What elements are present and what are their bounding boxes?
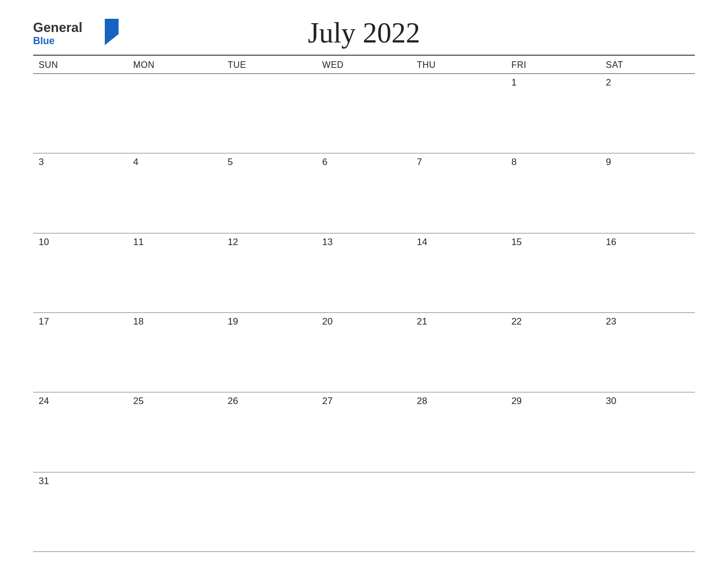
logo: General Blue: [33, 18, 121, 48]
day-cell-3-3: 20: [317, 313, 411, 392]
day-number-12: 12: [228, 237, 238, 247]
day-cell-1-5: 8: [506, 153, 600, 232]
day-number-18: 18: [133, 316, 143, 327]
day-header-sat: SAT: [601, 56, 695, 73]
day-number-17: 17: [39, 316, 49, 327]
day-cell-4-5: 29: [506, 392, 600, 471]
day-number-23: 23: [606, 316, 617, 327]
svg-text:Blue: Blue: [33, 35, 55, 46]
week-row-2: 3456789: [33, 153, 695, 233]
day-number-5: 5: [228, 157, 233, 167]
day-cell-4-1: 25: [127, 392, 222, 471]
day-cell-0-3: [317, 74, 411, 153]
day-number-24: 24: [39, 396, 49, 406]
day-cell-5-4: [411, 472, 506, 551]
week-row-1: 12: [33, 74, 695, 153]
day-headers-row: SUN MON TUE WED THU FRI SAT: [33, 56, 695, 74]
day-number-30: 30: [606, 396, 617, 406]
day-number-29: 29: [511, 396, 522, 406]
day-cell-4-4: 28: [411, 392, 506, 471]
day-header-wed: WED: [317, 56, 411, 73]
week-row-3: 10111213141516: [33, 233, 695, 313]
day-number-2: 2: [606, 77, 611, 88]
day-cell-0-2: [222, 74, 317, 153]
day-header-tue: TUE: [222, 56, 317, 73]
day-cell-1-3: 6: [317, 153, 411, 232]
month-title: July 2022: [121, 17, 607, 49]
day-cell-1-6: 9: [601, 153, 695, 232]
day-cell-2-3: 13: [317, 233, 411, 312]
day-number-31: 31: [39, 476, 49, 486]
day-number-21: 21: [417, 316, 427, 327]
day-number-19: 19: [228, 316, 238, 327]
day-number-8: 8: [511, 157, 516, 167]
day-number-25: 25: [133, 396, 143, 406]
day-cell-3-5: 22: [506, 313, 600, 392]
day-number-11: 11: [133, 237, 143, 247]
day-cell-0-6: 2: [601, 74, 695, 153]
day-cell-2-5: 15: [506, 233, 600, 312]
day-cell-5-0: 31: [33, 472, 127, 551]
day-cell-5-3: [317, 472, 411, 551]
day-cell-4-2: 26: [222, 392, 317, 471]
day-number-6: 6: [322, 157, 327, 167]
day-cell-2-1: 11: [127, 233, 222, 312]
page-header: General Blue July 2022: [33, 17, 695, 49]
day-cell-1-0: 3: [33, 153, 127, 232]
day-number-28: 28: [417, 396, 427, 406]
week-row-4: 17181920212223: [33, 313, 695, 392]
day-cell-2-0: 10: [33, 233, 127, 312]
day-number-3: 3: [39, 157, 44, 167]
day-cell-0-0: [33, 74, 127, 153]
day-header-fri: FRI: [506, 56, 600, 73]
svg-text:General: General: [33, 20, 82, 35]
day-cell-4-6: 30: [601, 392, 695, 471]
day-number-26: 26: [228, 396, 238, 406]
week-row-5: 24252627282930: [33, 392, 695, 472]
day-header-sun: SUN: [33, 56, 127, 73]
day-cell-1-1: 4: [127, 153, 222, 232]
day-number-1: 1: [511, 77, 516, 88]
day-number-15: 15: [511, 237, 522, 247]
day-cell-0-5: 1: [506, 74, 600, 153]
day-number-20: 20: [322, 316, 333, 327]
day-cell-5-5: [506, 472, 600, 551]
day-number-16: 16: [606, 237, 617, 247]
day-cell-0-4: [411, 74, 506, 153]
day-number-22: 22: [511, 316, 522, 327]
day-number-13: 13: [322, 237, 333, 247]
day-header-mon: MON: [127, 56, 222, 73]
day-cell-4-0: 24: [33, 392, 127, 471]
day-cell-2-4: 14: [411, 233, 506, 312]
day-cell-3-4: 21: [411, 313, 506, 392]
day-number-9: 9: [606, 157, 611, 167]
weeks-container: 1234567891011121314151617181920212223242…: [33, 74, 695, 552]
day-cell-3-1: 18: [127, 313, 222, 392]
day-cell-0-1: [127, 74, 222, 153]
day-cell-5-2: [222, 472, 317, 551]
day-cell-1-2: 5: [222, 153, 317, 232]
day-cell-4-3: 27: [317, 392, 411, 471]
day-cell-3-6: 23: [601, 313, 695, 392]
day-cell-1-4: 7: [411, 153, 506, 232]
day-cell-5-6: [601, 472, 695, 551]
day-number-14: 14: [417, 237, 427, 247]
week-row-6: 31: [33, 472, 695, 552]
day-header-thu: THU: [411, 56, 506, 73]
day-cell-5-1: [127, 472, 222, 551]
day-cell-3-2: 19: [222, 313, 317, 392]
day-number-27: 27: [322, 396, 333, 406]
calendar-grid: SUN MON TUE WED THU FRI SAT 123456789101…: [33, 55, 695, 552]
day-number-4: 4: [133, 157, 138, 167]
day-cell-2-6: 16: [601, 233, 695, 312]
svg-marker-1: [105, 19, 119, 34]
day-number-7: 7: [417, 157, 422, 167]
day-cell-2-2: 12: [222, 233, 317, 312]
day-number-10: 10: [39, 237, 49, 247]
calendar-page: General Blue July 2022 SUN MON TUE WED T…: [0, 0, 728, 563]
day-cell-3-0: 17: [33, 313, 127, 392]
